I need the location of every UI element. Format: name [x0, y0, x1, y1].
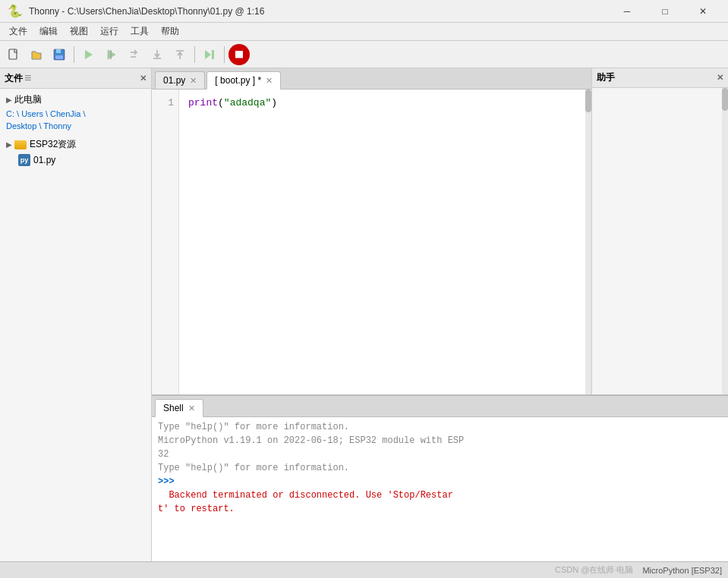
- bottom-panel: Shell ✕ Type "help()" for more informati…: [152, 394, 728, 561]
- shell-line-3: Type "help()" for more information.: [158, 461, 722, 475]
- svg-marker-4: [85, 50, 93, 59]
- file-panel-close[interactable]: ✕: [140, 74, 147, 83]
- editor-scrollbar[interactable]: [585, 90, 591, 394]
- file-panel-header: 文件 ≡ ✕: [0, 68, 151, 89]
- drag-handle: ≡: [24, 71, 31, 85]
- toolbar-separator-1: [74, 46, 74, 63]
- helper-panel-title: 助手: [597, 71, 615, 84]
- titlebar: 🐍 Thonny - C:\Users\ChenJia\Desktop\Thon…: [0, 0, 728, 23]
- svg-rect-13: [212, 50, 214, 59]
- editor-tab-bar: 01.py ✕ [ boot.py ] * ✕: [152, 68, 591, 90]
- code-lines[interactable]: print("adadqa"): [179, 90, 585, 394]
- editor-helper-area: 01.py ✕ [ boot.py ] * ✕ 1: [152, 68, 728, 394]
- tab-01py[interactable]: 01.py ✕: [155, 71, 205, 89]
- code-func-print: print: [188, 97, 218, 108]
- svg-rect-2: [56, 49, 61, 53]
- shell-prev-text: Type "help()" for more information.: [158, 422, 349, 432]
- shell-prompt: >>>: [158, 476, 175, 487]
- shell-error-1: Backend terminated or disconnected. Use …: [158, 488, 722, 502]
- shell-content[interactable]: Type "help()" for more information. Micr…: [152, 417, 728, 561]
- toolbar-separator-2: [194, 46, 195, 63]
- menu-help[interactable]: 帮助: [155, 24, 185, 39]
- save-file-button[interactable]: [49, 44, 70, 65]
- tab-01py-close[interactable]: ✕: [190, 76, 197, 86]
- shell-prev-line: Type "help()" for more information.: [158, 420, 722, 434]
- shell-error-2: t' to restart.: [158, 502, 722, 516]
- svg-marker-5: [108, 50, 115, 59]
- folder-label: ESP32资源: [30, 138, 76, 151]
- line-numbers: 1: [152, 90, 179, 394]
- menu-tools[interactable]: 工具: [124, 24, 155, 39]
- tab-bootpy[interactable]: [ boot.py ] * ✕: [206, 71, 281, 90]
- app-icon: 🐍: [8, 4, 23, 18]
- right-panel: 01.py ✕ [ boot.py ] * ✕ 1: [152, 68, 728, 561]
- svg-rect-3: [55, 55, 63, 59]
- editor-content[interactable]: 1 print("adadqa"): [152, 90, 591, 394]
- helper-panel: 助手 ✕: [591, 68, 728, 394]
- helper-scrollbar-thumb[interactable]: [722, 88, 728, 111]
- watermark-text: CSDN @在线师·电脑: [555, 564, 633, 576]
- open-file-button[interactable]: [26, 44, 47, 65]
- menu-run[interactable]: 运行: [94, 24, 124, 39]
- editor-section: 01.py ✕ [ boot.py ] * ✕ 1: [152, 68, 591, 394]
- tree-item-folder[interactable]: ▶ ESP32资源: [3, 137, 148, 152]
- svg-marker-12: [205, 50, 211, 59]
- shell-tab-close[interactable]: ✕: [188, 404, 195, 413]
- tree-item-file[interactable]: py 01.py: [3, 152, 148, 168]
- new-file-button[interactable]: [3, 44, 24, 65]
- minimize-button[interactable]: ─: [610, 0, 644, 23]
- shell-tab-label: Shell: [163, 403, 184, 413]
- tab-01py-label: 01.py: [163, 75, 185, 86]
- helper-panel-header: 助手 ✕: [592, 68, 728, 88]
- line-number-1: 1: [156, 96, 174, 111]
- file-panel-title: 文件: [5, 72, 23, 85]
- toolbar: [0, 41, 728, 68]
- title-text: Thonny - C:\Users\ChenJia\Desktop\Thonny…: [29, 6, 610, 17]
- step-out-button[interactable]: [169, 44, 191, 65]
- maximize-button[interactable]: □: [648, 0, 682, 23]
- helper-content: [592, 88, 728, 394]
- stop-button[interactable]: [228, 44, 250, 65]
- tree-path-1[interactable]: C: \ Users \ ChenJia \: [3, 108, 148, 120]
- resume-button[interactable]: [199, 44, 220, 65]
- file-panel: 文件 ≡ ✕ ▶ 此电脑 C: \ Users \ ChenJia \ Desk…: [0, 68, 152, 561]
- svg-rect-0: [9, 49, 17, 59]
- file-label: 01.py: [33, 155, 55, 165]
- tree-label-thispc: 此电脑: [14, 93, 42, 106]
- editor-scrollbar-thumb[interactable]: [585, 90, 591, 112]
- code-string-1: "adadqa": [224, 97, 271, 108]
- file-tree: ▶ 此电脑 C: \ Users \ ChenJia \ Desktop \ T…: [0, 89, 151, 561]
- toolbar-separator-3: [224, 46, 225, 63]
- close-button[interactable]: ✕: [685, 0, 720, 23]
- menu-view[interactable]: 视图: [64, 24, 94, 39]
- step-over-button[interactable]: [124, 44, 145, 65]
- code-paren-close: ): [271, 97, 277, 108]
- menu-file[interactable]: 文件: [3, 24, 33, 39]
- code-area: 1 print("adadqa"): [152, 90, 591, 394]
- shell-line-1: MicroPython v1.19.1 on 2022-06-18; ESP32…: [158, 434, 722, 448]
- menubar: 文件 编辑 视图 运行 工具 帮助: [0, 23, 728, 41]
- python-file-icon: py: [18, 154, 30, 166]
- code-line-1: print("adadqa"): [188, 96, 576, 111]
- tab-bootpy-label: [ boot.py ] *: [215, 75, 261, 86]
- shell-tab-bar: Shell ✕: [152, 396, 728, 417]
- statusbar: CSDN @在线师·电脑 MicroPython [ESP32]: [0, 561, 728, 578]
- code-paren-open: (: [218, 97, 224, 108]
- tree-arrow-folder: ▶: [6, 140, 12, 149]
- tree-arrow-thispc: ▶: [6, 96, 12, 104]
- helper-panel-close[interactable]: ✕: [717, 73, 723, 83]
- main-area: 文件 ≡ ✕ ▶ 此电脑 C: \ Users \ ChenJia \ Desk…: [0, 68, 728, 561]
- shell-line-2: 32: [158, 448, 722, 461]
- step-into-button[interactable]: [147, 44, 168, 65]
- shell-tab[interactable]: Shell ✕: [155, 399, 203, 417]
- menu-edit[interactable]: 编辑: [33, 24, 64, 39]
- debug-button[interactable]: [101, 44, 122, 65]
- shell-prompt-line: >>>: [158, 475, 722, 488]
- folder-icon: [14, 140, 27, 149]
- helper-scrollbar[interactable]: [722, 88, 728, 394]
- tab-bootpy-close[interactable]: ✕: [266, 76, 273, 86]
- tree-path-2[interactable]: Desktop \ Thonny: [3, 120, 148, 132]
- run-button[interactable]: [78, 44, 99, 65]
- tree-item-thispc[interactable]: ▶ 此电脑: [3, 92, 148, 108]
- backend-status: MicroPython [ESP32]: [642, 566, 722, 575]
